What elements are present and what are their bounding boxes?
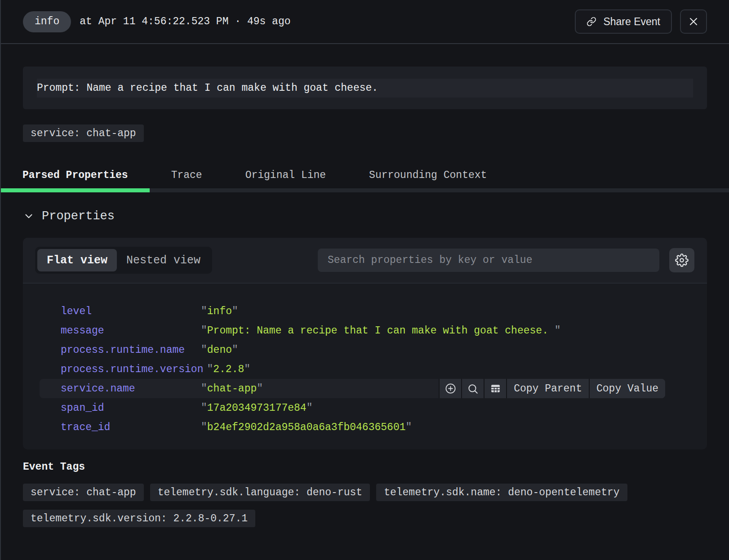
open-quote: " <box>207 364 213 375</box>
property-key: message <box>61 325 201 337</box>
table-icon <box>490 383 501 394</box>
property-value: "Prompt: Name a recipe that I can make w… <box>201 325 561 337</box>
event-tags-grid: service: chat-app telemetry.sdk.language… <box>23 484 652 527</box>
event-detail-body: Prompt: Name a recipe that I can make wi… <box>1 67 729 527</box>
close-quote: " <box>232 306 238 317</box>
search-icon <box>467 383 479 395</box>
properties-search-input[interactable] <box>318 249 659 272</box>
add-column-button[interactable] <box>484 379 506 398</box>
property-value: "2.2.8" <box>207 364 250 375</box>
open-quote: " <box>201 325 207 337</box>
tab-original-line[interactable]: Original Line <box>224 158 347 192</box>
value-text: b24ef2902d2a958a0a6a3fb046365601 <box>207 422 406 433</box>
property-key: level <box>61 306 201 317</box>
event-tags-title: Event Tags <box>23 461 707 473</box>
value-text: info <box>207 306 232 317</box>
properties-panel: Flat view Nested view level "info" <box>23 238 707 449</box>
property-key: span_id <box>61 402 201 414</box>
property-key: trace_id <box>61 422 201 433</box>
event-tags-section: Event Tags service: chat-app telemetry.s… <box>23 461 707 527</box>
table-row[interactable]: span_id "17a2034973177e84" <box>40 398 665 418</box>
event-tag[interactable]: telemetry.sdk.name: deno-opentelemetry <box>376 484 627 501</box>
property-value: "info" <box>201 306 238 317</box>
gear-icon <box>675 253 689 267</box>
close-button[interactable] <box>680 9 707 34</box>
property-value: "b24ef2902d2a958a0a6a3fb046365601" <box>201 422 412 433</box>
event-tag[interactable]: telemetry.sdk.language: deno-rust <box>150 484 370 501</box>
plus-circle-icon <box>445 382 457 395</box>
event-timestamp: at Apr 11 4:56:22.523 PM · 49s ago <box>80 16 290 27</box>
view-toggle-group: Flat view Nested view <box>35 247 212 274</box>
settings-button[interactable] <box>669 248 694 272</box>
property-key: process.runtime.name <box>61 344 201 356</box>
table-row[interactable]: process.runtime.version "2.2.8" <box>40 360 665 379</box>
copy-parent-button[interactable]: Copy Parent <box>506 379 589 398</box>
level-badge: info <box>23 11 71 32</box>
table-row[interactable]: level "info" <box>40 302 665 321</box>
close-quote: " <box>232 344 238 356</box>
properties-toolbar: Flat view Nested view <box>23 238 707 284</box>
table-row[interactable]: message "Prompt: Name a recipe that I ca… <box>40 321 665 340</box>
close-quote: " <box>307 402 313 414</box>
close-quote: " <box>405 422 412 433</box>
header-actions: Share Event <box>575 9 707 34</box>
chevron-down-icon <box>23 210 35 222</box>
value-text: 2.2.8 <box>213 364 244 375</box>
nested-view-label: Nested view <box>126 254 200 267</box>
property-value: "deno" <box>201 344 238 356</box>
nested-view-button[interactable]: Nested view <box>117 249 210 271</box>
service-tag[interactable]: service: chat-app <box>23 124 144 142</box>
tab-label: Trace <box>171 169 202 181</box>
event-tag-label: telemetry.sdk.language: deno-rust <box>158 487 362 498</box>
event-message-box: Prompt: Name a recipe that I can make wi… <box>23 67 707 109</box>
open-quote: " <box>201 306 207 317</box>
open-quote: " <box>201 402 207 414</box>
event-tag[interactable]: service: chat-app <box>23 484 144 501</box>
properties-section-header[interactable]: Properties <box>23 209 707 223</box>
open-quote: " <box>201 344 207 356</box>
property-value: "17a2034973177e84" <box>201 402 312 414</box>
property-list: level "info" message "Prompt: Name a rec… <box>23 284 707 449</box>
value-text: 17a2034973177e84 <box>207 402 307 414</box>
copy-parent-label: Copy Parent <box>514 383 582 395</box>
service-tag-label: service: chat-app <box>31 128 136 139</box>
table-row[interactable]: process.runtime.name "deno" <box>40 340 665 360</box>
event-tag[interactable]: telemetry.sdk.version: 2.2.8-0.27.1 <box>23 510 255 527</box>
close-quote: " <box>555 325 561 337</box>
share-event-label: Share Event <box>603 16 660 28</box>
flat-view-button[interactable]: Flat view <box>37 249 117 271</box>
tab-parsed-properties[interactable]: Parsed Properties <box>1 158 150 192</box>
properties-section-title: Properties <box>42 209 115 223</box>
add-filter-button[interactable] <box>439 379 461 398</box>
tab-label: Original Line <box>245 169 326 181</box>
level-badge-label: info <box>35 16 59 27</box>
tab-surrounding-context[interactable]: Surrounding Context <box>347 158 508 192</box>
tab-trace[interactable]: Trace <box>150 158 224 192</box>
copy-value-button[interactable]: Copy Value <box>589 379 665 398</box>
event-message-text: Prompt: Name a recipe that I can make wi… <box>37 79 693 98</box>
tab-bar: Parsed Properties Trace Original Line Su… <box>1 158 729 192</box>
link-icon <box>587 17 596 27</box>
value-text: deno <box>207 344 232 356</box>
event-tag-label: service: chat-app <box>31 487 136 498</box>
open-quote: " <box>201 422 207 433</box>
tab-label: Parsed Properties <box>22 169 128 181</box>
value-text: Prompt: Name a recipe that I can make wi… <box>207 325 555 337</box>
row-action-bar: Copy Parent Copy Value <box>439 379 665 398</box>
property-key: service.name <box>61 383 201 395</box>
property-key: process.runtime.version <box>61 364 207 375</box>
copy-value-label: Copy Value <box>596 383 658 395</box>
event-tag-label: telemetry.sdk.version: 2.2.8-0.27.1 <box>31 513 248 524</box>
value-text: chat-app <box>207 383 257 395</box>
share-event-button[interactable]: Share Event <box>575 9 672 34</box>
close-quote: " <box>244 364 250 375</box>
property-value: "chat-app" <box>201 383 263 395</box>
close-icon <box>687 15 700 28</box>
open-quote: " <box>201 383 207 395</box>
event-tag-label: telemetry.sdk.name: deno-opentelemetry <box>384 487 620 498</box>
search-value-button[interactable] <box>461 379 484 398</box>
table-row[interactable]: trace_id "b24ef2902d2a958a0a6a3fb0463656… <box>40 418 665 437</box>
table-row-selected[interactable]: service.name "chat-app" <box>40 379 665 398</box>
close-quote: " <box>257 383 263 395</box>
tab-label: Surrounding Context <box>369 169 487 181</box>
